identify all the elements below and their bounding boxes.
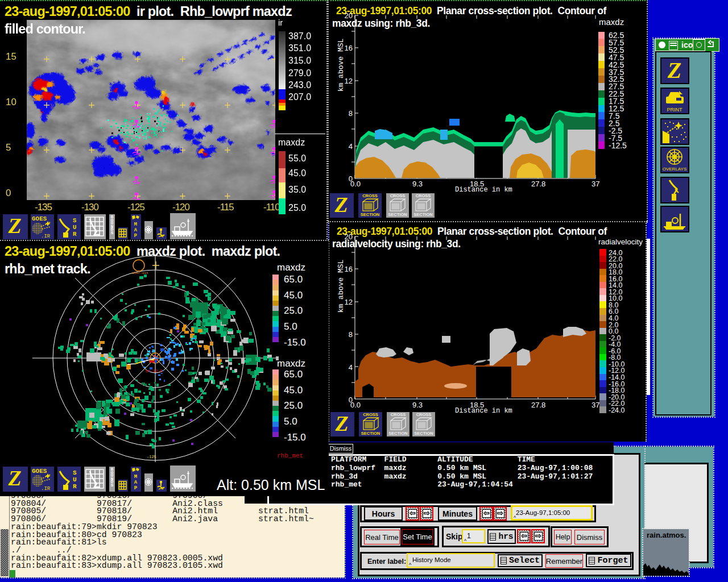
svg-text:-125: -125 [147, 455, 156, 459]
svg-text:U: U [73, 224, 77, 231]
svg-text:GOES: GOES [32, 468, 47, 475]
svg-text:Z: Z [7, 467, 21, 490]
svg-text:A: A [134, 480, 138, 485]
svg-text:.IR: .IR [41, 486, 51, 491]
svg-text:Z: Z [334, 412, 348, 435]
svg-text:P: P [134, 233, 138, 239]
svg-text:Z: Z [7, 214, 21, 238]
svg-text:S: S [73, 469, 77, 476]
svg-text:Z: Z [667, 59, 681, 83]
svg-text:U: U [73, 476, 77, 483]
svg-text:b<-12-0: b<-12-0 [146, 369, 162, 373]
svg-text:A: A [134, 227, 138, 233]
svg-text:wher-est: wher-est [132, 271, 148, 275]
svg-text:S: S [73, 217, 77, 224]
svg-text:P: P [134, 485, 138, 491]
svg-text:R: R [73, 483, 77, 490]
svg-text:Z: Z [334, 193, 348, 217]
svg-text:.IR: .IR [41, 234, 51, 239]
svg-text:M: M [134, 474, 137, 480]
svg-text:GOES: GOES [32, 215, 47, 222]
svg-text:PRINT: PRINT [667, 107, 683, 113]
svg-text:OVERLAYS: OVERLAYS [663, 167, 687, 172]
svg-text:M: M [134, 222, 137, 227]
svg-text:R: R [73, 231, 77, 238]
